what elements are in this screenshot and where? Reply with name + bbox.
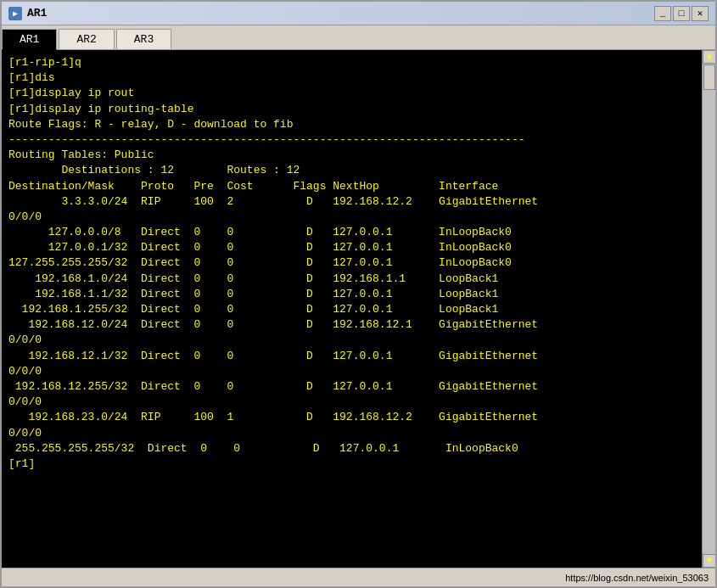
terminal-line: Route Flags: R - relay, D - download to … (8, 117, 693, 132)
status-bar: https://blog.csdn.net/weixin_53063 (2, 568, 715, 586)
tab-bar: AR1 AR2 AR3 (2, 25, 715, 50)
minimize-button[interactable]: _ (654, 6, 671, 21)
terminal-line: Routing Tables: Public (8, 148, 693, 163)
terminal-area[interactable]: [r1-rip-1]q[r1]dis[r1]display ip rout[r1… (2, 50, 715, 568)
terminal-line: [r1]display ip routing-table (8, 102, 693, 117)
title-bar-controls: _ □ ✕ (654, 6, 709, 21)
title-bar-left: ▶ AR1 (8, 7, 47, 20)
scroll-thumb[interactable] (703, 64, 715, 90)
terminal-line: Destinations : 12 Routes : 12 (8, 163, 693, 178)
terminal-line: 192.168.1.1/32 Direct 0 0 D 127.0.0.1 Lo… (8, 287, 693, 302)
terminal-line: 192.168.12.1/32 Direct 0 0 D 127.0.0.1 G… (8, 349, 693, 364)
tab-ar3[interactable]: AR3 (116, 29, 171, 49)
terminal-line: 3.3.3.0/24 RIP 100 2 D 192.168.12.2 Giga… (8, 194, 693, 210)
terminal-line: [r1]dis (8, 70, 693, 86)
terminal-line: 0/0/0 (8, 395, 693, 410)
window-title: AR1 (27, 7, 47, 20)
terminal-line: [r1-rip-1]q (8, 55, 693, 70)
terminal-line: 255.255.255.255/32 Direct 0 0 D 127.0.0.… (8, 441, 693, 456)
terminal-line: Destination/Mask Proto Pre Cost Flags Ne… (8, 179, 693, 194)
scroll-down-button[interactable]: ▼ (703, 554, 715, 568)
terminal-line: 0/0/0 (8, 426, 693, 441)
app-icon: ▶ (8, 7, 22, 20)
maximize-button[interactable]: □ (673, 6, 690, 21)
main-window: ▶ AR1 _ □ ✕ AR1 AR2 AR3 [r1-rip-1]q[r1]d… (0, 0, 717, 588)
terminal-line: 0/0/0 (8, 364, 693, 379)
terminal-line: ----------------------------------------… (8, 132, 693, 148)
status-text: https://blog.csdn.net/weixin_53063 (565, 573, 709, 583)
terminal-line: [r1]display ip rout (8, 86, 693, 101)
terminal-line: 127.0.0.0/8 Direct 0 0 D 127.0.0.1 InLoo… (8, 225, 693, 240)
terminal-line: 192.168.23.0/24 RIP 100 1 D 192.168.12.2… (8, 410, 693, 425)
terminal-line: 127.0.0.1/32 Direct 0 0 D 127.0.0.1 InLo… (8, 240, 693, 255)
tab-ar1[interactable]: AR1 (2, 29, 57, 50)
terminal-line: 192.168.12.0/24 Direct 0 0 D 192.168.12.… (8, 317, 693, 333)
terminal-line: 192.168.1.0/24 Direct 0 0 D 192.168.1.1 … (8, 272, 693, 287)
terminal-line: 192.168.1.255/32 Direct 0 0 D 127.0.0.1 … (8, 302, 693, 317)
terminal-line: [r1] (8, 456, 693, 472)
close-button[interactable]: ✕ (692, 6, 709, 21)
title-bar: ▶ AR1 _ □ ✕ (2, 2, 715, 25)
terminal-line: 0/0/0 (8, 210, 693, 225)
terminal-content: [r1-rip-1]q[r1]dis[r1]display ip rout[r1… (8, 55, 709, 472)
tab-ar2[interactable]: AR2 (59, 29, 114, 49)
terminal-line: 127.255.255.255/32 Direct 0 0 D 127.0.0.… (8, 255, 693, 271)
terminal-line: 0/0/0 (8, 333, 693, 348)
terminal-line: 192.168.12.255/32 Direct 0 0 D 127.0.0.1… (8, 379, 693, 395)
scroll-up-button[interactable]: ▲ (703, 50, 715, 64)
scrollbar[interactable]: ▲ ▼ (702, 50, 715, 568)
